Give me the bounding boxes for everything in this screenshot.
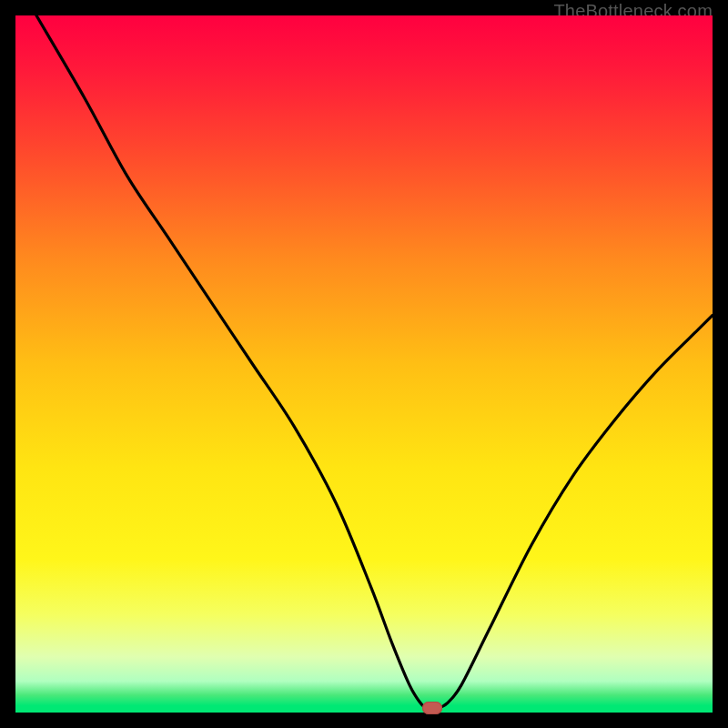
bottleneck-curve xyxy=(15,15,713,713)
chart-frame: TheBottleneck.com xyxy=(15,15,713,713)
optimal-point-marker xyxy=(422,702,442,714)
